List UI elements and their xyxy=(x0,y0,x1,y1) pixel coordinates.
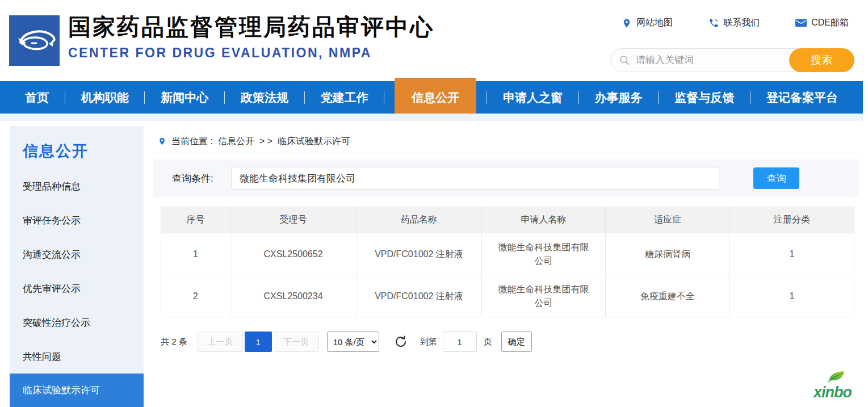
nav-under-strip xyxy=(0,114,863,121)
nav-separator xyxy=(578,91,579,104)
nav-separator xyxy=(144,91,145,104)
nav-item-applicant-window[interactable]: 申请人之窗 xyxy=(497,81,568,114)
cell-applicant: 微能生命科技集团有限公司 xyxy=(482,233,606,275)
sidebar: 信息公开 受理品种信息 审评任务公示 沟通交流公示 优先审评公示 突破性治疗公示… xyxy=(10,126,144,407)
prev-page-button[interactable]: 上一页 xyxy=(198,332,243,352)
cell-applicant: 微能生命科技集团有限公司 xyxy=(482,275,606,317)
nav-item-services[interactable]: 办事服务 xyxy=(589,81,648,114)
cell-indication: 糖尿病肾病 xyxy=(606,233,730,275)
col-header-registration-class: 注册分类 xyxy=(730,207,854,233)
sidebar-item-accepted-varieties[interactable]: 受理品种信息 xyxy=(10,169,144,203)
page-size-select[interactable]: 10 条/页 xyxy=(327,332,379,352)
cell-drug-name: VPD/FC01002 注射液 xyxy=(357,233,482,275)
cell-registration-class: 1 xyxy=(730,233,854,275)
cell-indication: 免疫重建不全 xyxy=(606,275,730,317)
nav-separator xyxy=(65,91,65,104)
nav-separator xyxy=(750,91,750,104)
quick-link-contact[interactable]: 联系我们 xyxy=(708,17,760,29)
header: 国家药品监督管理局药品审评中心 CENTER FOR DRUG EVALUATI… xyxy=(0,0,868,81)
pagination: 共 2 条 上一页 1 下一页 10 条/页 到第 页 确定 xyxy=(161,332,532,352)
search-bar: 搜索 xyxy=(610,48,854,72)
site-subtitle: CENTER FOR DRUG EVALUATION, NMPA xyxy=(68,45,434,61)
col-header-applicant: 申请人名称 xyxy=(482,207,606,233)
goto-page-unit: 页 xyxy=(484,337,492,347)
nav-separator xyxy=(224,91,225,104)
query-panel: 查询条件: 查询 xyxy=(153,160,858,197)
quick-link-label: CDE邮箱 xyxy=(811,17,849,29)
nav-item-info-disclosure[interactable]: 信息公开 xyxy=(395,78,476,117)
col-header-drug-name: 药品名称 xyxy=(357,207,482,233)
nav-separator xyxy=(304,91,305,104)
breadcrumb-divider xyxy=(153,153,854,153)
quick-link-label: 联系我们 xyxy=(724,17,760,29)
page: 国家药品监督管理局药品审评中心 CENTER FOR DRUG EVALUATI… xyxy=(0,0,868,407)
breadcrumb: 当前位置 : 信息公开 > > 临床试验默示许可 xyxy=(158,134,350,149)
current-page-button[interactable]: 1 xyxy=(245,332,272,352)
breadcrumb-current: 临床试验默示许可 xyxy=(278,136,350,148)
cell-drug-name: VPD/FC01002 注射液 xyxy=(357,275,482,317)
search-input[interactable] xyxy=(636,49,772,71)
query-label: 查询条件: xyxy=(172,160,213,197)
col-header-index: 序号 xyxy=(161,207,230,233)
result-table: 序号 受理号 药品名称 申请人名称 适应症 注册分类 1 CXSL2500652… xyxy=(161,207,854,317)
nav-item-registration-platform[interactable]: 登记备案平台 xyxy=(761,81,844,114)
cell-index: 1 xyxy=(161,233,230,275)
table-row: 1 CXSL2500652 VPD/FC01002 注射液 微能生命科技集团有限… xyxy=(161,233,854,275)
site-title: 国家药品监督管理局药品审评中心 xyxy=(68,12,434,41)
phone-icon xyxy=(708,18,719,28)
sidebar-title: 信息公开 xyxy=(10,126,144,169)
query-button[interactable]: 查询 xyxy=(753,167,799,189)
next-page-button[interactable]: 下一页 xyxy=(274,332,319,352)
quick-link-label: 网站地图 xyxy=(636,17,673,29)
search-button[interactable]: 搜索 xyxy=(789,48,854,72)
cell-acceptance-no: CXSL2500234 xyxy=(230,275,357,317)
quick-links: 网站地图 联系我们 CDE邮箱 xyxy=(622,17,849,29)
query-input[interactable] xyxy=(231,167,719,190)
site-titles: 国家药品监督管理局药品审评中心 CENTER FOR DRUG EVALUATI… xyxy=(68,12,434,61)
confirm-button[interactable]: 确定 xyxy=(501,332,532,352)
breadcrumb-label: 当前位置 : xyxy=(171,136,213,148)
nav-separator xyxy=(658,91,659,104)
sidebar-item-breakthrough-therapy[interactable]: 突破性治疗公示 xyxy=(10,305,144,339)
sidebar-item-common-issues[interactable]: 共性问题 xyxy=(10,339,144,374)
quick-link-mailbox[interactable]: CDE邮箱 xyxy=(795,17,849,29)
table-row: 2 CXSL2500234 VPD/FC01002 注射液 微能生命科技集团有限… xyxy=(161,275,854,317)
breadcrumb-section[interactable]: 信息公开 xyxy=(218,136,254,148)
table-header-row: 序号 受理号 药品名称 申请人名称 适应症 注册分类 xyxy=(161,207,854,233)
sidebar-item-review-tasks[interactable]: 审评任务公示 xyxy=(10,203,144,237)
refresh-icon[interactable] xyxy=(393,334,409,350)
sidebar-item-communication[interactable]: 沟通交流公示 xyxy=(10,237,144,271)
nav-item-party[interactable]: 党建工作 xyxy=(315,81,374,114)
col-header-indication: 适应症 xyxy=(606,207,730,233)
cell-acceptance-no: CXSL2500652 xyxy=(230,233,357,275)
goto-page-input[interactable] xyxy=(443,332,477,352)
location-pin-icon xyxy=(622,18,632,29)
nav-item-news[interactable]: 新闻中心 xyxy=(155,81,214,114)
nav-item-functions[interactable]: 机构职能 xyxy=(76,81,135,114)
nav-item-supervision[interactable]: 监督与反馈 xyxy=(669,81,740,114)
search-icon xyxy=(619,54,631,66)
goto-page-label: 到第 xyxy=(420,337,437,347)
cell-registration-class: 1 xyxy=(730,275,854,317)
quick-link-sitemap[interactable]: 网站地图 xyxy=(622,17,673,29)
location-pin-icon xyxy=(158,136,166,147)
pagination-total: 共 2 条 xyxy=(161,337,187,347)
nav-item-home[interactable]: 首页 xyxy=(19,81,54,114)
sidebar-item-clinical-trial-implied-license[interactable]: 临床试验默示许可 xyxy=(10,374,144,407)
mail-icon xyxy=(795,18,807,28)
sidebar-item-priority-review[interactable]: 优先审评公示 xyxy=(10,271,144,305)
col-header-acceptance-no: 受理号 xyxy=(230,207,357,233)
cell-index: 2 xyxy=(161,275,230,317)
nav-separator xyxy=(487,91,487,104)
xinbo-watermark: xinbo xyxy=(803,374,866,401)
nav-separator xyxy=(384,91,384,104)
nav-item-policy[interactable]: 政策法规 xyxy=(235,81,294,114)
watermark-text: xinbo xyxy=(814,384,852,401)
cde-fish-logo-icon xyxy=(9,15,60,66)
leaf-icon xyxy=(827,370,846,383)
breadcrumb-separator: > > xyxy=(259,136,272,146)
main-nav: 首页 机构职能 新闻中心 政策法规 党建工作 信息公开 申请人之窗 办事服务 监… xyxy=(0,81,863,114)
